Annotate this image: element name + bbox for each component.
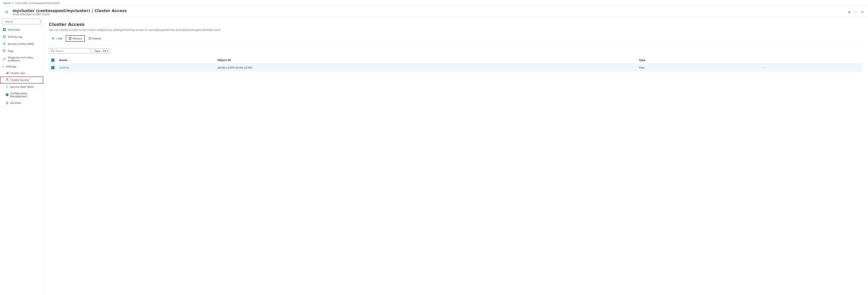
breadcrumb: Home > mycluster (contosopool/mycluster) bbox=[0, 0, 868, 6]
activity-log-icon bbox=[2, 35, 6, 39]
row-more-button[interactable]: ··· bbox=[761, 65, 766, 70]
row-more-cell: ··· bbox=[758, 63, 863, 72]
sidebar-item-config-mgmt-label: Configuration Management bbox=[10, 92, 41, 98]
sidebar-item-cluster-access-label: Cluster Access bbox=[10, 79, 29, 82]
svg-rect-14 bbox=[8, 71, 8, 74]
sidebar-item-secure-shell[interactable]: Secure shell (SSH) bbox=[0, 84, 43, 90]
access-table: Name Object ID Type contoso abcde-12345-… bbox=[49, 57, 863, 72]
refresh-button[interactable]: Refresh bbox=[86, 35, 104, 41]
svg-line-24 bbox=[7, 102, 8, 103]
refresh-icon bbox=[88, 37, 91, 40]
sidebar-item-access-control[interactable]: Access control (IAM) bbox=[0, 40, 43, 47]
svg-rect-6 bbox=[4, 30, 6, 31]
sidebar-item-cluster-size-label: Cluster size bbox=[10, 71, 25, 75]
main-content: Cluster Access You can control access to… bbox=[43, 17, 868, 295]
sidebar-item-cluster-access[interactable]: Cluster Access bbox=[0, 77, 43, 84]
row-name-link[interactable]: contoso bbox=[59, 66, 69, 69]
type-filter-badge[interactable]: Type : All ▾ bbox=[92, 49, 110, 54]
type-filter-label: Type : All bbox=[94, 50, 106, 53]
settings-chevron: ∨ bbox=[2, 65, 4, 68]
settings-section-header[interactable]: ∨ Settings bbox=[0, 63, 43, 70]
svg-rect-12 bbox=[6, 73, 6, 74]
sidebar-search-area: « bbox=[0, 17, 43, 26]
svg-point-21 bbox=[7, 103, 8, 104]
add-button-label: + Add bbox=[56, 37, 62, 40]
favorite-button[interactable]: ★ bbox=[847, 9, 852, 15]
services-icon bbox=[5, 101, 9, 105]
sidebar-item-diagnose[interactable]: Diagnose and solve problems bbox=[0, 55, 43, 63]
cluster-size-icon bbox=[5, 71, 9, 75]
sidebar-item-diagnose-label: Diagnose and solve problems bbox=[8, 56, 41, 62]
overview-icon bbox=[2, 28, 6, 32]
svg-rect-27 bbox=[69, 38, 71, 40]
svg-rect-3 bbox=[3, 28, 4, 29]
svg-point-22 bbox=[7, 101, 7, 102]
sidebar-nav: Overview Activity log bbox=[0, 26, 43, 295]
config-icon bbox=[5, 93, 9, 97]
add-button[interactable]: + Add bbox=[49, 35, 65, 41]
sidebar-item-services-label: Services bbox=[10, 101, 21, 105]
svg-rect-7 bbox=[3, 35, 5, 38]
svg-point-11 bbox=[4, 50, 4, 51]
close-button[interactable]: ✕ bbox=[860, 9, 865, 15]
iam-icon bbox=[2, 42, 6, 46]
breadcrumb-home[interactable]: Home bbox=[3, 2, 11, 4]
sidebar-item-config-mgmt[interactable]: Configuration Management bbox=[0, 90, 43, 99]
sidebar-item-cluster-size[interactable]: Cluster size bbox=[0, 70, 43, 77]
sidebar-search-box[interactable]: « bbox=[2, 19, 41, 24]
sidebar: « Overview bbox=[0, 17, 43, 295]
sidebar-item-activity-log-label: Activity log bbox=[8, 35, 22, 38]
row-type-cell: User bbox=[637, 63, 758, 72]
svg-point-15 bbox=[6, 79, 8, 80]
row-checkbox[interactable] bbox=[51, 66, 55, 69]
svg-line-33 bbox=[53, 52, 54, 52]
sidebar-item-tags-label: Tags bbox=[8, 50, 13, 53]
remove-button[interactable]: Remove bbox=[66, 35, 85, 41]
filter-search-input[interactable] bbox=[56, 50, 89, 53]
row-object-id-cell: abcde-12345-abcde-12345 bbox=[215, 63, 637, 72]
cluster-access-icon bbox=[5, 78, 9, 82]
sidebar-item-overview[interactable]: Overview bbox=[0, 26, 43, 33]
sidebar-item-activity-log[interactable]: Activity log bbox=[0, 33, 43, 40]
sidebar-item-secure-shell-label: Secure shell (SSH) bbox=[10, 85, 34, 88]
breadcrumb-separator: > bbox=[12, 2, 14, 4]
page-header-title-area: mycluster (contosopool/mycluster) | Clus… bbox=[12, 8, 844, 16]
row-name-cell: contoso bbox=[57, 63, 215, 72]
sidebar-item-services[interactable]: Services bbox=[0, 99, 43, 106]
svg-rect-4 bbox=[4, 28, 6, 29]
more-options-button[interactable]: ··· bbox=[854, 9, 858, 14]
resource-icon bbox=[3, 8, 10, 16]
sidebar-item-tags[interactable]: Tags bbox=[0, 47, 43, 55]
page-header: mycluster (contosopool/mycluster) | Clus… bbox=[0, 6, 868, 17]
breadcrumb-current: mycluster (contosopool/mycluster) bbox=[15, 2, 60, 4]
wrench-icon bbox=[2, 57, 6, 61]
settings-section-label: Settings bbox=[6, 65, 17, 68]
table-row: contoso abcde-12345-abcde-12345 User ··· bbox=[49, 63, 863, 72]
content-title: Cluster Access bbox=[49, 22, 863, 27]
table-header-checkbox[interactable] bbox=[49, 57, 57, 63]
sidebar-collapse-button[interactable]: « bbox=[39, 20, 41, 23]
main-layout: « Overview bbox=[0, 17, 868, 295]
filter-search-box[interactable] bbox=[49, 48, 91, 54]
table-header-name: Name bbox=[57, 57, 215, 63]
sidebar-search-input[interactable] bbox=[5, 20, 38, 23]
sidebar-item-access-control-label: Access control (IAM) bbox=[8, 42, 34, 46]
svg-point-10 bbox=[4, 42, 5, 44]
table-header-object-id: Object ID bbox=[215, 57, 637, 63]
refresh-button-label: Refresh bbox=[92, 37, 101, 40]
remove-button-label: Remove bbox=[72, 37, 82, 40]
select-all-checkbox[interactable] bbox=[51, 59, 55, 62]
header-actions: ★ ··· ✕ bbox=[847, 9, 865, 15]
page-subtitle: Azure HDInsight on AKS cluster bbox=[12, 13, 844, 16]
svg-rect-13 bbox=[7, 72, 7, 74]
table-header-type: Type bbox=[637, 57, 758, 63]
svg-point-20 bbox=[6, 103, 7, 104]
table-header-row: Name Object ID Type bbox=[49, 57, 863, 63]
tags-icon bbox=[2, 49, 6, 53]
trash-icon bbox=[68, 37, 72, 40]
type-filter-chevron: ▾ bbox=[107, 50, 108, 53]
sidebar-item-overview-label: Overview bbox=[8, 28, 20, 31]
key-icon bbox=[5, 85, 9, 89]
svg-rect-19 bbox=[6, 93, 8, 96]
row-checkbox-cell[interactable] bbox=[49, 63, 57, 72]
